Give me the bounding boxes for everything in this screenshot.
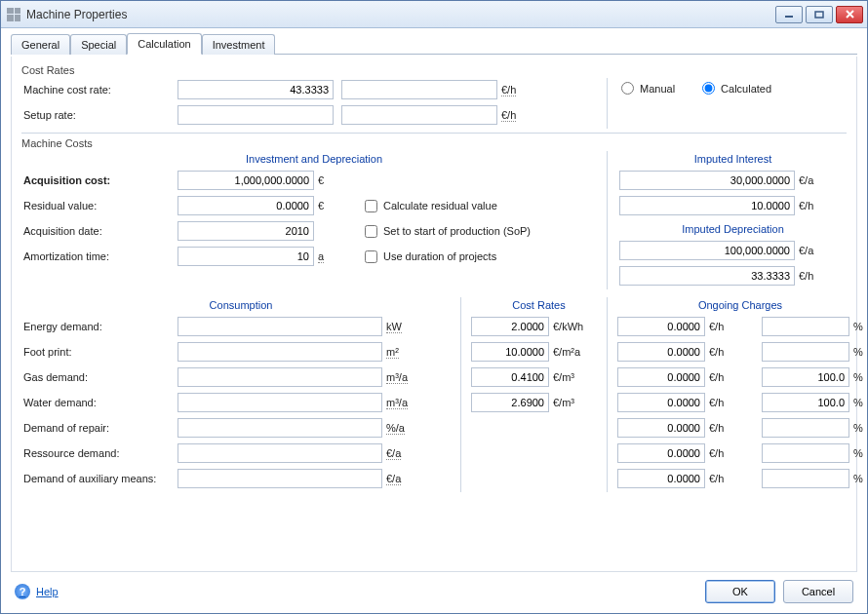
imputed-interest-hourly-input[interactable]	[619, 196, 795, 215]
imputed-interest-heading: Imputed Interest	[619, 151, 847, 169]
minimize-button[interactable]	[775, 6, 803, 23]
ongoing-pct-input[interactable]	[762, 367, 849, 387]
imputed-interest-annual-input[interactable]	[619, 171, 795, 190]
cost-rate-input[interactable]	[471, 317, 549, 336]
ongoing-charge-unit: €/h	[705, 447, 732, 459]
ok-button[interactable]: OK	[705, 580, 775, 603]
ongoing-charge-input[interactable]	[617, 418, 705, 438]
consumption-unit: m²	[386, 346, 399, 359]
ongoing-charge-unit: €/h	[705, 473, 732, 484]
consumption-row: Ressource demand:€/a	[21, 441, 460, 465]
cost-rate-row	[471, 416, 607, 440]
ongoing-charge-input[interactable]	[617, 443, 705, 463]
consumption-row: Demand of repair:%/a	[21, 416, 460, 440]
residual-value-input[interactable]	[178, 196, 314, 215]
tab-general[interactable]: General	[11, 34, 70, 55]
ongoing-charge-unit: €/h	[705, 397, 732, 408]
ongoing-pct-input[interactable]	[762, 443, 849, 463]
cost-rate-row	[471, 467, 607, 490]
cost-rates-heading: Cost Rates	[21, 62, 847, 76]
calc-residual-label: Calculate residual value	[383, 200, 497, 211]
ongoing-pct-unit: %	[849, 447, 863, 459]
cost-rate-input[interactable]	[471, 342, 549, 362]
ongoing-charge-input[interactable]	[617, 393, 705, 412]
consumption-unit: %/a	[386, 422, 405, 435]
acquisition-cost-input[interactable]	[178, 171, 314, 190]
cost-rate-input[interactable]	[471, 367, 549, 387]
consumption-label: Energy demand:	[21, 321, 178, 332]
ongoing-row: €/h%	[617, 315, 863, 338]
calculation-panel: Cost Rates Machine cost rate: €/h Setup …	[11, 57, 857, 572]
mode-calculated-input[interactable]	[702, 82, 715, 95]
consumption-input[interactable]	[178, 393, 382, 412]
consumption-input[interactable]	[178, 342, 382, 362]
imputed-interest-annual-unit: €/a	[795, 174, 834, 186]
app-icon	[7, 8, 20, 21]
consumption-row: Demand of auxiliary means:€/a	[21, 467, 460, 490]
consumption-unit: €/a	[386, 447, 401, 460]
maximize-button[interactable]	[806, 6, 833, 23]
consumption-label: Water demand:	[21, 397, 178, 408]
mode-manual-label: Manual	[640, 83, 675, 95]
ongoing-row: €/h%	[617, 467, 863, 490]
sop-input[interactable]	[365, 225, 377, 238]
consumption-input[interactable]	[178, 469, 382, 488]
ongoing-row: €/h%	[617, 391, 863, 414]
help-link[interactable]: ? Help	[15, 584, 59, 599]
consumption-unit: kW	[386, 321, 402, 333]
ongoing-pct-input[interactable]	[762, 418, 849, 438]
mode-manual-input[interactable]	[621, 82, 634, 95]
setup-rate-input-2[interactable]	[341, 105, 497, 125]
ongoing-pct-input[interactable]	[762, 393, 849, 412]
ongoing-charge-input[interactable]	[617, 367, 705, 387]
ongoing-charge-input[interactable]	[617, 469, 705, 488]
calc-residual-input[interactable]	[365, 200, 377, 212]
ongoing-pct-unit: %	[849, 346, 863, 358]
cost-rate-input[interactable]	[471, 393, 549, 412]
cost-rates-col-heading: Cost Rates	[471, 297, 607, 315]
window-title: Machine Properties	[26, 8, 772, 21]
setup-rate-label: Setup rate:	[21, 109, 178, 121]
consumption-input[interactable]	[178, 418, 382, 438]
acquisition-date-input[interactable]	[178, 221, 314, 241]
sop-checkbox[interactable]: Set to start of production (SoP)	[365, 225, 531, 238]
acquisition-date-label: Acquisition date:	[21, 225, 178, 237]
tab-special[interactable]: Special	[70, 34, 127, 55]
machine-cost-rate-unit: €/h	[501, 84, 516, 96]
tab-calculation[interactable]: Calculation	[127, 33, 201, 55]
consumption-input[interactable]	[178, 317, 382, 336]
consumption-unit: €/a	[386, 473, 401, 485]
consumption-unit: m³/a	[386, 397, 408, 409]
cost-rate-row: €/kWh	[471, 315, 607, 338]
cancel-button[interactable]: Cancel	[783, 580, 853, 603]
mode-manual-radio[interactable]: Manual	[621, 82, 675, 95]
ongoing-charge-unit: €/h	[705, 371, 732, 383]
calc-residual-checkbox[interactable]: Calculate residual value	[365, 200, 497, 212]
duration-projects-input[interactable]	[365, 250, 377, 263]
cost-rate-unit: €/m²a	[549, 346, 598, 358]
mode-calculated-radio[interactable]: Calculated	[702, 82, 771, 95]
amortization-time-input[interactable]	[178, 247, 314, 266]
consumption-input[interactable]	[178, 367, 382, 387]
svg-rect-1	[815, 12, 823, 18]
close-button[interactable]	[836, 6, 863, 23]
mode-calculated-label: Calculated	[721, 83, 771, 95]
duration-projects-checkbox[interactable]: Use duration of projects	[365, 250, 496, 263]
ongoing-charge-input[interactable]	[617, 317, 705, 336]
ongoing-pct-input[interactable]	[762, 317, 849, 336]
ongoing-charge-input[interactable]	[617, 342, 705, 362]
amortization-time-unit: a	[318, 250, 324, 263]
ongoing-pct-input[interactable]	[762, 342, 849, 362]
setup-rate-input[interactable]	[178, 105, 334, 125]
ongoing-row: €/h%	[617, 441, 863, 465]
machine-cost-rate-input[interactable]	[178, 80, 334, 99]
tab-investment[interactable]: Investment	[202, 34, 276, 55]
machine-costs-heading: Machine Costs	[21, 135, 847, 149]
imputed-depreciation-annual-input[interactable]	[619, 241, 795, 260]
imputed-depreciation-hourly-input[interactable]	[619, 266, 795, 286]
machine-cost-rate-input-2[interactable]	[341, 80, 497, 99]
amortization-time-label: Amortization time:	[21, 250, 178, 262]
consumption-row: Gas demand:m³/a	[21, 365, 460, 389]
ongoing-pct-input[interactable]	[762, 469, 849, 488]
consumption-input[interactable]	[178, 443, 382, 463]
